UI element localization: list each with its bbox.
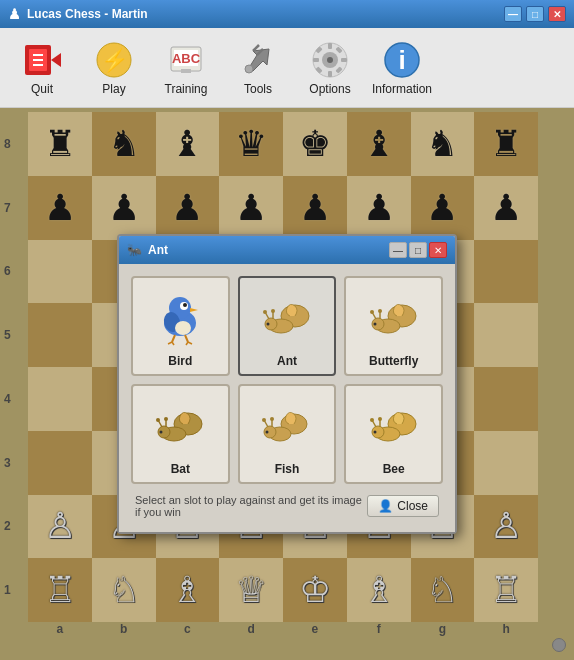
svg-point-62 <box>156 418 160 422</box>
window-close-button[interactable]: ✕ <box>548 6 566 22</box>
svg-point-46 <box>263 310 267 314</box>
svg-text:⚡: ⚡ <box>101 47 129 74</box>
title-bar-controls: — □ ✕ <box>504 6 566 22</box>
svg-line-36 <box>185 335 188 342</box>
creature-grid: Bird <box>131 276 443 484</box>
creature-card-fish[interactable]: Fish <box>238 384 337 484</box>
toolbar-item-quit[interactable]: Quit <box>8 33 76 103</box>
creature-card-bee[interactable]: Bee <box>344 384 443 484</box>
modal-overlay: 🐜 Ant — □ ✕ <box>0 108 574 660</box>
svg-line-37 <box>168 342 172 344</box>
bee-image <box>362 394 426 458</box>
creature-card-bat[interactable]: Bat <box>131 384 230 484</box>
bird-name: Bird <box>168 354 192 368</box>
options-label: Options <box>309 82 350 96</box>
modal-body: Bird <box>119 264 455 532</box>
training-icon: ABC <box>166 40 206 80</box>
modal-maximize-button[interactable]: □ <box>409 242 427 258</box>
information-icon: i <box>382 40 422 80</box>
svg-rect-11 <box>181 69 191 73</box>
svg-line-40 <box>186 342 188 345</box>
quit-icon <box>22 40 62 80</box>
play-icon: ⚡ <box>94 40 134 80</box>
tools-icon <box>238 40 278 80</box>
svg-marker-2 <box>51 53 61 67</box>
svg-rect-20 <box>313 58 319 62</box>
toolbar-item-play[interactable]: ⚡ Play <box>80 33 148 103</box>
close-button-icon: 👤 <box>378 499 393 513</box>
svg-text:i: i <box>398 45 405 75</box>
creature-card-butterfly[interactable]: Butterfly <box>344 276 443 376</box>
modal-title: Ant <box>148 243 168 257</box>
fish-image <box>255 394 319 458</box>
title-bar-left: ♟ Lucas Chess - Martin <box>8 6 148 22</box>
modal-footer: Select an slot to play against and get i… <box>131 494 443 520</box>
svg-text:ABC: ABC <box>172 51 201 66</box>
modal-title-icon: 🐜 <box>127 243 142 257</box>
svg-point-34 <box>175 321 191 335</box>
svg-point-47 <box>271 309 275 313</box>
maximize-button[interactable]: □ <box>526 6 544 22</box>
svg-rect-18 <box>328 43 332 49</box>
svg-point-54 <box>370 310 374 314</box>
ant-name: Ant <box>277 354 297 368</box>
bird-image <box>148 286 212 350</box>
modal-title-left: 🐜 Ant <box>127 243 168 257</box>
play-label: Play <box>102 82 125 96</box>
svg-point-48 <box>266 323 269 326</box>
training-label: Training <box>165 82 208 96</box>
svg-line-38 <box>172 342 174 345</box>
svg-point-71 <box>270 417 274 421</box>
svg-rect-19 <box>328 71 332 77</box>
toolbar-item-information[interactable]: i Information <box>368 33 436 103</box>
modal-minimize-button[interactable]: — <box>389 242 407 258</box>
svg-point-12 <box>245 65 253 73</box>
bee-name: Bee <box>383 462 405 476</box>
close-button-label: Close <box>397 499 428 513</box>
svg-marker-32 <box>190 308 198 312</box>
bat-image <box>148 394 212 458</box>
svg-point-55 <box>378 309 382 313</box>
svg-line-35 <box>172 335 175 342</box>
svg-point-72 <box>265 431 268 434</box>
bat-name: Bat <box>171 462 190 476</box>
window-title: Lucas Chess - Martin <box>27 7 148 21</box>
close-dialog-button[interactable]: 👤 Close <box>367 495 439 517</box>
svg-point-79 <box>378 417 382 421</box>
modal-close-button[interactable]: ✕ <box>429 242 447 258</box>
svg-line-39 <box>188 342 192 344</box>
fish-name: Fish <box>275 462 300 476</box>
svg-point-78 <box>370 418 374 422</box>
toolbar: Quit ⚡ Play ABC Training <box>0 28 574 108</box>
modal-hint: Select an slot to play against and get i… <box>135 494 367 518</box>
toolbar-item-tools[interactable]: Tools <box>224 33 292 103</box>
quit-label: Quit <box>31 82 53 96</box>
butterfly-image <box>362 286 426 350</box>
app-icon: ♟ <box>8 6 21 22</box>
svg-rect-21 <box>341 58 347 62</box>
svg-point-31 <box>183 303 187 307</box>
svg-point-17 <box>327 57 333 63</box>
ant-dialog: 🐜 Ant — □ ✕ <box>117 234 457 534</box>
ant-image <box>255 286 319 350</box>
svg-point-56 <box>373 323 376 326</box>
svg-point-64 <box>160 431 163 434</box>
tools-label: Tools <box>244 82 272 96</box>
creature-card-bird[interactable]: Bird <box>131 276 230 376</box>
board-area: 8 7 6 5 4 3 2 1 ♜♞♝♛♚♝♞♜♟♟♟♟♟♟♟♟♙♙♙♙♙♙♙♙… <box>0 108 574 660</box>
title-bar: ♟ Lucas Chess - Martin — □ ✕ <box>0 0 574 28</box>
toolbar-item-options[interactable]: Options <box>296 33 364 103</box>
options-icon <box>310 40 350 80</box>
modal-controls: — □ ✕ <box>389 242 447 258</box>
toolbar-item-training[interactable]: ABC Training <box>152 33 220 103</box>
svg-point-80 <box>373 431 376 434</box>
svg-point-63 <box>164 417 168 421</box>
information-label: Information <box>372 82 432 96</box>
svg-point-70 <box>262 418 266 422</box>
butterfly-name: Butterfly <box>369 354 418 368</box>
creature-card-ant[interactable]: Ant <box>238 276 337 376</box>
modal-titlebar: 🐜 Ant — □ ✕ <box>119 236 455 264</box>
minimize-button[interactable]: — <box>504 6 522 22</box>
